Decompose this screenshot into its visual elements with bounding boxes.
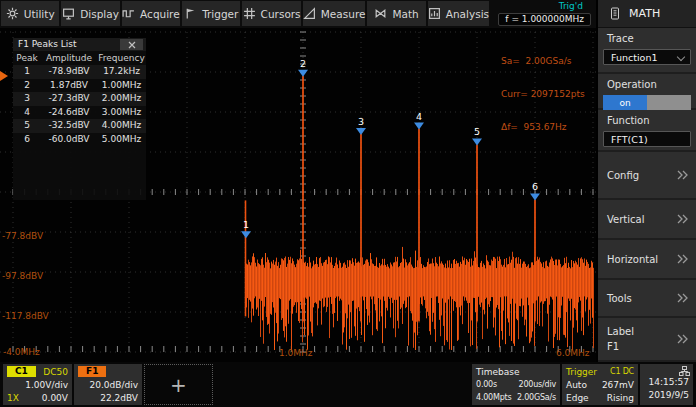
trigger-type: Edge [566,393,589,403]
table-row: 5 -32.5dBV 4.00MHz [13,119,146,133]
peak-frequency: 1.00MHz [97,79,146,93]
menu-item-cursors[interactable]: Cursors [242,1,300,26]
menu-item-display[interactable]: Display [61,1,119,26]
close-icon [128,41,136,49]
peak-marker-icon [530,193,540,200]
peak-amplitude: -60.0dBV [41,133,97,147]
ruler-triangle-icon [303,7,316,20]
c1-offset: 0.00V [42,393,68,403]
network-icon [679,366,690,376]
trace-value: Function1 [611,52,657,63]
peak-marker-icon [298,70,308,77]
operation-section: Operation on [598,74,696,110]
peak-frequency: 3.00MHz [97,106,146,120]
menu-item-analysis[interactable]: Analysis [428,1,489,26]
table-row: 1 -78.9dBV 17.2kHz [13,65,146,79]
menu: Utility Display Acquire Trigger Cursors … [0,0,490,28]
trigger-label: Trigger [566,367,597,377]
double-chevron-right-icon [676,293,688,303]
x-axis-label-right: 6.0MHz [556,348,590,358]
acquire-icon [122,7,135,20]
close-button[interactable] [120,39,143,50]
menu-item-config[interactable]: Config [598,152,696,200]
f1-reference: 22.2dBV [100,393,138,403]
peak-number: 3 [13,92,41,106]
peak-marker-icon [356,128,366,135]
label-label: Label [607,324,634,339]
function-select[interactable]: FFT(C1) [603,131,691,147]
trigger-mode: Auto [566,380,587,390]
y-axis-label-2: -97.8dBV [2,271,43,281]
menu-item-vertical[interactable]: Vertical [598,200,696,240]
math-icon [374,7,387,20]
plus-icon: + [170,375,187,395]
peaks-list-titlebar[interactable]: F1 Peaks List [13,38,146,51]
trigger-frequency-counter: f = 1.000000MHz [498,13,591,26]
peak-marker-number: 3 [358,116,364,127]
menu-item-measure[interactable]: Measure [303,1,366,26]
f1-badge: F1 [78,366,106,377]
waveform-display: 123456 Sa= 2.00GSa/s Curr= 2097152pts Δf… [0,28,596,362]
column-header: Amplitude [41,51,97,65]
c1-probe: 1X [7,393,19,403]
c1-coupling: DC50 [43,367,68,377]
y-axis-label-1: -77.8dBV [2,231,43,241]
toggle-on: on [603,95,647,110]
peak-frequency: 17.2kHz [97,65,146,79]
add-trace-button[interactable]: + [144,364,213,405]
peak-marker-number: 5 [474,126,480,137]
delta-f: Δf= 953.67Hz [501,122,585,133]
menu-item-math[interactable]: Math [367,1,425,26]
menu-item-label: Measure [321,8,366,20]
menu-item-tools[interactable]: Tools [598,280,696,318]
acquisition-info: Sa= 2.00GSa/s Curr= 2097152pts Δf= 953.6… [501,34,585,155]
peaks-list-dialog: F1 Peaks List Peak Amplitude Frequency 1… [13,38,146,200]
peak-number: 6 [13,133,41,147]
math-side-panel: MATH Trace Function1 Operation on Functi… [596,0,696,362]
peak-amplitude: -32.5dBV [41,119,97,133]
table-row: 3 -27.3dBV 2.00MHz [13,92,146,106]
menu-item-acquire[interactable]: Acquire [122,1,180,26]
peak-markers: 123456 [241,58,540,239]
oscilloscope-screen: Utility Display Acquire Trigger Cursors … [0,0,696,407]
menu-item-label[interactable]: Label F1 [598,318,696,362]
function-section: Function FFT(C1) [598,110,696,152]
peak-amplitude: 1.87dBV [41,79,97,93]
trigger-state: Trig'd [559,1,583,11]
math-panel-header: MATH [598,0,696,28]
peaks-list-header: Peak Amplitude Frequency [13,51,146,65]
f1-trace-position-marker[interactable] [0,71,8,81]
peak-marker-number: 4 [416,111,422,122]
double-chevron-right-icon [676,334,688,344]
peak-marker-icon [414,123,424,130]
operation-toggle[interactable]: on [603,95,691,110]
peak-frequency: 4.00MHz [97,119,146,133]
chevron-down-icon [677,53,685,61]
peak-number: 4 [13,106,41,120]
flag-icon [184,7,197,20]
peak-marker-icon [241,231,251,238]
trace-select[interactable]: Function1 [603,49,691,65]
top-menu-bar: Utility Display Acquire Trigger Cursors … [0,0,596,28]
trace-f1-box[interactable]: F1 20.0dB/div 22.2dBV [74,364,142,405]
menu-item-label: Trigger [202,8,238,20]
peak-marker-number: 1 [243,219,249,230]
channel-c1-box[interactable]: C1 DC50 1.00V/div 1X 0.00V [3,364,72,405]
timebase-box[interactable]: Timebase 0.00s 200us/div 4.00Mpts 2.00GS… [472,364,560,405]
label-value: F1 [607,339,634,354]
menu-item-label: Acquire [140,8,180,20]
peak-marker-number: 6 [532,181,538,192]
menu-item-horizontal[interactable]: Horizontal [598,240,696,280]
peaks-list-title: F1 Peaks List [18,39,76,49]
trigger-box[interactable]: Trigger C1 DC Auto 267mV Edge Rising [562,364,638,405]
c1-badge: C1 [7,366,36,377]
crosshair-icon [243,7,256,20]
menu-item-trigger[interactable]: Trigger [182,1,240,26]
peak-number: 1 [13,65,41,79]
function-value: FFT(C1) [611,134,648,145]
x-axis-label-left: -4.0MHz [3,347,40,357]
peak-amplitude: -24.6dBV [41,106,97,120]
menu-item-utility[interactable]: Utility [1,1,59,26]
clock-date: 2019/9/5 [640,390,689,400]
datetime-box[interactable]: 14:15:57 2019/9/5 [640,364,693,405]
